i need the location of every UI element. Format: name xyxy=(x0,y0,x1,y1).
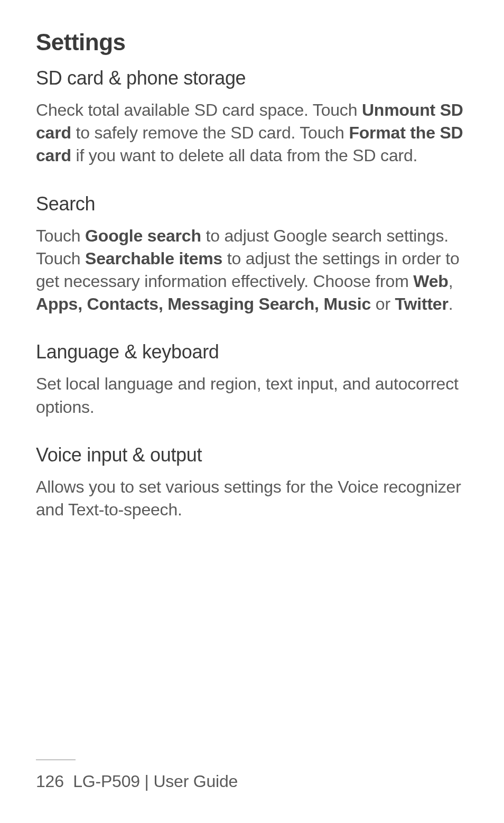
section-body-voice: Allows you to set various settings for t… xyxy=(36,476,468,521)
bold-google-search: Google search xyxy=(85,226,201,245)
section-language: Language & keyboard Set local language a… xyxy=(36,341,468,418)
footer-separator: | xyxy=(140,772,154,791)
page-footer: 126 LG-P509 | User Guide xyxy=(0,760,504,791)
text: to adjust Google search settings. xyxy=(201,226,449,245)
text: Check total available SD card space. Tou… xyxy=(36,100,362,119)
section-voice: Voice input & output Allows you to set v… xyxy=(36,444,468,521)
section-body-search-1: Touch Google search to adjust Google sea… xyxy=(36,225,468,247)
footer-divider xyxy=(36,760,76,760)
section-body-language: Set local language and region, text inpu… xyxy=(36,373,468,418)
text: if you want to delete all data from the … xyxy=(71,146,417,165)
page-number: 126 xyxy=(36,772,64,791)
section-title-sd-card: SD card & phone storage xyxy=(36,67,468,89)
bold-apps-etc: Apps, Contacts, Messaging Search, Music xyxy=(36,294,371,313)
page-content: Settings SD card & phone storage Check t… xyxy=(0,0,504,521)
page-title: Settings xyxy=(36,29,468,56)
section-body-sd-card: Check total available SD card space. Tou… xyxy=(36,99,468,168)
section-title-voice: Voice input & output xyxy=(36,444,468,466)
text: Touch xyxy=(36,226,85,245)
text: , xyxy=(449,272,453,291)
text: Touch xyxy=(36,249,85,268)
bold-twitter: Twitter xyxy=(395,294,449,313)
section-sd-card: SD card & phone storage Check total avai… xyxy=(36,67,468,168)
text: or xyxy=(371,294,395,313)
text: to safely remove the SD card. Touch xyxy=(71,123,349,142)
text: . xyxy=(449,294,453,313)
product-name: LG-P509 xyxy=(73,772,140,791)
section-search: Search Touch Google search to adjust Goo… xyxy=(36,193,468,316)
guide-label: User Guide xyxy=(153,772,238,791)
bold-web: Web xyxy=(413,272,448,291)
section-title-language: Language & keyboard xyxy=(36,341,468,363)
footer-text: 126 LG-P509 | User Guide xyxy=(36,772,468,791)
bold-searchable-items: Searchable items xyxy=(85,249,222,268)
section-body-search-2: Touch Searchable items to adjust the set… xyxy=(36,247,468,316)
section-title-search: Search xyxy=(36,193,468,215)
